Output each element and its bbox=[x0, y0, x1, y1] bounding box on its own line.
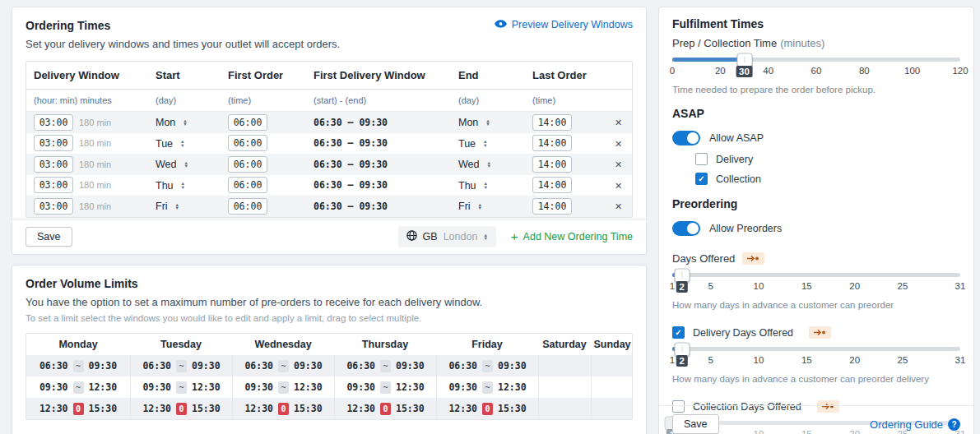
last-order-input[interactable] bbox=[532, 156, 572, 173]
limit-badge[interactable]: 0 bbox=[176, 403, 187, 415]
slider-handle[interactable] bbox=[674, 342, 690, 356]
limit-badge[interactable]: 0 bbox=[482, 403, 493, 415]
prep-time-slider[interactable]: 02030406080100120 bbox=[672, 58, 960, 80]
end-day-select[interactable]: Tue▲▼ bbox=[458, 138, 488, 150]
last-order-input[interactable] bbox=[532, 135, 572, 151]
ordering-times-panel: Ordering Times Set your delivery windows… bbox=[12, 7, 647, 255]
volume-window-cell[interactable]: 09:30~12:30 bbox=[26, 376, 130, 398]
end-day-select[interactable]: Wed▲▼ bbox=[458, 159, 491, 170]
limit-badge[interactable]: ~ bbox=[482, 381, 493, 394]
end-day-select[interactable]: Fri▲▼ bbox=[458, 201, 482, 212]
allow-preorders-toggle[interactable] bbox=[672, 221, 700, 236]
remove-row-button[interactable]: ✕ bbox=[615, 201, 622, 211]
volume-window-cell[interactable]: 06:30~09:30 bbox=[232, 355, 334, 376]
remove-row-button[interactable]: ✕ bbox=[615, 181, 622, 191]
order-volume-title: Order Volume Limits bbox=[26, 277, 633, 290]
volume-window-cell[interactable]: 06:30~09:30 bbox=[130, 355, 232, 376]
limit-badge[interactable]: 0 bbox=[380, 403, 391, 415]
slider-tick: 31 bbox=[955, 281, 966, 291]
ordering-times-save-button[interactable]: Save bbox=[26, 227, 72, 247]
first-order-input[interactable] bbox=[228, 156, 267, 173]
first-delivery-window: 06:30 – 09:30 bbox=[306, 137, 451, 149]
start-day-select[interactable]: Wed▲▼ bbox=[156, 159, 188, 170]
volume-window-cell[interactable]: 09:30~12:30 bbox=[130, 376, 232, 398]
slider-track[interactable] bbox=[672, 273, 960, 277]
delivery-window-input[interactable] bbox=[34, 135, 73, 151]
last-order-input[interactable] bbox=[532, 177, 572, 193]
sort-arrows-icon: ▲▼ bbox=[183, 161, 188, 169]
volume-window-cell[interactable]: 12:30015:30 bbox=[130, 398, 232, 419]
limit-badge[interactable]: ~ bbox=[380, 381, 391, 394]
volume-window-row: 12:30015:3012:30015:3012:30015:3012:3001… bbox=[26, 398, 632, 419]
sort-arrows-icon: ▲▼ bbox=[486, 161, 490, 169]
first-delivery-window: 06:30 – 09:30 bbox=[306, 117, 451, 128]
limit-badge[interactable]: ~ bbox=[73, 381, 84, 394]
start-day-select[interactable]: Fri▲▼ bbox=[156, 201, 179, 212]
slider-tick: 2 bbox=[676, 355, 687, 367]
end-day-select[interactable]: Mon▲▼ bbox=[458, 117, 490, 128]
volume-window-cell[interactable]: 12:30015:30 bbox=[26, 398, 130, 419]
add-new-ordering-time-link[interactable]: + Add New Ordering Time bbox=[511, 231, 633, 242]
limit-badge[interactable]: ~ bbox=[380, 360, 391, 372]
start-day-select[interactable]: Tue▲▼ bbox=[156, 138, 185, 150]
window-end-time: 12:30 bbox=[192, 381, 221, 393]
delivery-window-input[interactable] bbox=[34, 114, 73, 131]
remove-row-button[interactable]: ✕ bbox=[615, 118, 622, 127]
first-order-input[interactable] bbox=[228, 135, 267, 151]
ordering-guide-link[interactable]: Ordering Guide ? bbox=[870, 418, 960, 431]
limit-badge[interactable]: ~ bbox=[278, 381, 289, 394]
last-order-input[interactable] bbox=[532, 198, 572, 215]
slider-handle[interactable] bbox=[736, 53, 752, 67]
fulfilment-save-button[interactable]: Save bbox=[672, 414, 719, 434]
volume-window-cell[interactable]: 09:30~12:30 bbox=[334, 376, 436, 398]
first-order-input[interactable] bbox=[228, 114, 267, 131]
delivery-days-checkbox[interactable] bbox=[672, 326, 685, 339]
limit-badge[interactable]: ~ bbox=[176, 360, 187, 372]
delivery-days-slider[interactable]: 1251015202531 bbox=[672, 347, 960, 369]
ordering-times-footer: Save GB London ▲▼ + Add New Ordering Tim… bbox=[12, 219, 646, 254]
sort-arrows-icon: ▲▼ bbox=[175, 203, 179, 210]
delivery-checkbox[interactable] bbox=[695, 153, 708, 165]
window-start-time: 12:30 bbox=[142, 403, 171, 414]
first-order-input[interactable] bbox=[228, 177, 267, 193]
limit-badge[interactable]: 0 bbox=[278, 403, 289, 415]
end-day-select[interactable]: Thu▲▼ bbox=[458, 180, 488, 192]
volume-window-cell[interactable]: 06:30~09:30 bbox=[334, 355, 436, 376]
volume-empty-cell bbox=[538, 398, 591, 419]
delivery-window-input[interactable] bbox=[34, 198, 73, 215]
preview-delivery-windows-link[interactable]: Preview Delivery Windows bbox=[495, 19, 633, 30]
delivery-window-input[interactable] bbox=[34, 177, 73, 193]
window-end-time: 12:30 bbox=[89, 381, 118, 393]
volume-window-cell[interactable]: 06:30~09:30 bbox=[436, 355, 538, 376]
volume-window-cell[interactable]: 12:30015:30 bbox=[232, 398, 334, 419]
delivery-window-input[interactable] bbox=[34, 156, 73, 173]
slider-track[interactable] bbox=[672, 58, 960, 62]
volume-window-cell[interactable]: 09:30~12:30 bbox=[232, 376, 334, 398]
country-code: GB bbox=[423, 231, 438, 242]
limit-badge[interactable]: ~ bbox=[176, 381, 187, 394]
remove-row-button[interactable]: ✕ bbox=[615, 159, 622, 169]
limit-badge[interactable]: ~ bbox=[482, 360, 493, 372]
collection-checkbox[interactable] bbox=[695, 173, 708, 185]
limit-badge[interactable]: ~ bbox=[73, 360, 84, 372]
slider-track[interactable] bbox=[672, 347, 960, 351]
slider-tick: 1 bbox=[670, 355, 675, 365]
first-order-input[interactable] bbox=[228, 198, 267, 215]
days-offered-slider[interactable]: 1251015202531 bbox=[672, 273, 960, 295]
slider-handle[interactable] bbox=[674, 268, 690, 282]
allow-asap-toggle[interactable] bbox=[672, 131, 700, 145]
slider-tick: 15 bbox=[801, 355, 812, 365]
volume-window-cell[interactable]: 12:30015:30 bbox=[436, 398, 538, 419]
limit-badge[interactable]: ~ bbox=[278, 360, 289, 372]
remove-row-button[interactable]: ✕ bbox=[615, 139, 622, 149]
day-label: Wed bbox=[458, 159, 479, 170]
timezone-select[interactable]: GB London ▲▼ bbox=[398, 226, 496, 247]
start-day-select[interactable]: Thu▲▼ bbox=[156, 180, 185, 192]
volume-empty-cell bbox=[538, 355, 591, 376]
start-day-select[interactable]: Mon▲▼ bbox=[156, 117, 188, 128]
last-order-input[interactable] bbox=[532, 114, 572, 131]
volume-window-cell[interactable]: 06:30~09:30 bbox=[26, 355, 130, 376]
volume-window-cell[interactable]: 12:30015:30 bbox=[334, 398, 436, 419]
volume-window-cell[interactable]: 09:30~12:30 bbox=[436, 376, 538, 398]
limit-badge[interactable]: 0 bbox=[73, 403, 84, 415]
